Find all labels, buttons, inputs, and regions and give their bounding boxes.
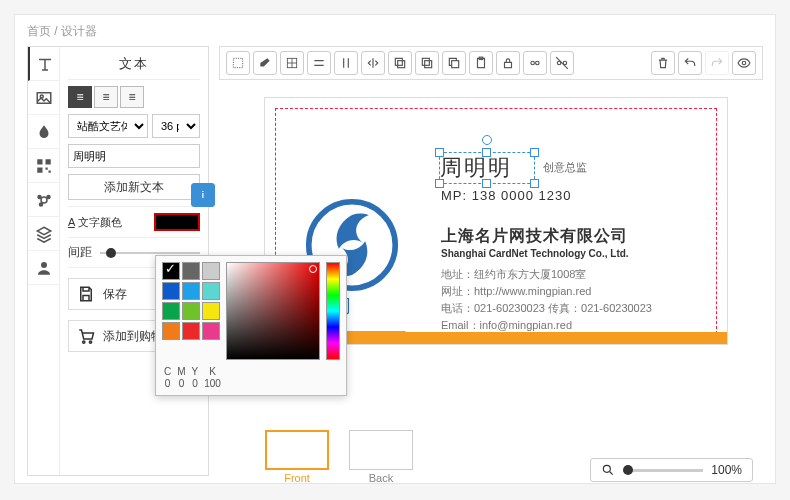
- zoom-control[interactable]: 100%: [590, 458, 753, 482]
- card-company-en[interactable]: Shanghai CardNet Technology Co., Ltd.: [441, 248, 629, 259]
- svg-point-11: [41, 262, 47, 268]
- preset-color[interactable]: [202, 262, 220, 280]
- card-info[interactable]: 地址：纽约市东方大厦1008室 网址：http://www.mingpian.r…: [441, 266, 652, 334]
- preset-color[interactable]: [182, 282, 200, 300]
- thumb-front[interactable]: Front: [265, 430, 329, 484]
- undo-icon[interactable]: [678, 51, 702, 75]
- selected-text-element[interactable]: 周明明: [439, 152, 535, 184]
- copy-icon[interactable]: [442, 51, 466, 75]
- svg-rect-25: [505, 62, 512, 67]
- eraser-icon[interactable]: [253, 51, 277, 75]
- tool-qr-icon[interactable]: [28, 149, 59, 183]
- preset-color[interactable]: [162, 302, 180, 320]
- preset-color[interactable]: [162, 282, 180, 300]
- text-input[interactable]: [68, 144, 200, 168]
- align-left-button[interactable]: ≡: [68, 86, 92, 108]
- font-select[interactable]: 站酷文艺体: [68, 114, 148, 138]
- spacing-slider[interactable]: [100, 252, 200, 254]
- align-h-icon[interactable]: [307, 51, 331, 75]
- color-gradient[interactable]: [226, 262, 320, 360]
- svg-rect-22: [452, 61, 459, 68]
- zoom-icon: [601, 463, 615, 477]
- svg-point-7: [41, 197, 47, 203]
- align-v-icon[interactable]: [334, 51, 358, 75]
- ungroup-icon[interactable]: [550, 51, 574, 75]
- svg-point-27: [536, 61, 540, 65]
- svg-text:i: i: [202, 191, 204, 200]
- zoom-slider[interactable]: [623, 469, 703, 472]
- preset-color[interactable]: [182, 302, 200, 320]
- svg-rect-3: [45, 159, 50, 164]
- align-center-button[interactable]: ≡: [94, 86, 118, 108]
- grid-icon[interactable]: [280, 51, 304, 75]
- spacing-label: 间距: [68, 244, 92, 261]
- svg-rect-19: [398, 61, 405, 68]
- bring-front-icon[interactable]: [388, 51, 412, 75]
- redo-icon[interactable]: [705, 51, 729, 75]
- panel-title: 文本: [68, 53, 200, 80]
- send-back-icon[interactable]: [415, 51, 439, 75]
- flip-h-icon[interactable]: [361, 51, 385, 75]
- preset-color[interactable]: [202, 282, 220, 300]
- svg-rect-18: [395, 58, 402, 65]
- svg-rect-4: [37, 167, 42, 172]
- align-right-button[interactable]: ≡: [120, 86, 144, 108]
- preset-color[interactable]: [182, 262, 200, 280]
- svg-rect-16: [233, 58, 242, 67]
- font-size-select[interactable]: 36 px: [152, 114, 200, 138]
- tool-shape-icon[interactable]: [28, 115, 59, 149]
- card-phone[interactable]: MP: 138 0000 1230: [441, 188, 571, 203]
- preset-color[interactable]: [202, 322, 220, 340]
- tool-text-icon[interactable]: [28, 47, 59, 81]
- thumb-back[interactable]: Back: [349, 430, 413, 484]
- svg-rect-20: [425, 61, 432, 68]
- zoom-value: 100%: [711, 463, 742, 477]
- svg-point-13: [89, 341, 91, 343]
- tool-image-icon[interactable]: [28, 81, 59, 115]
- svg-point-30: [742, 61, 746, 65]
- breadcrumb-home[interactable]: 首页: [27, 24, 51, 38]
- text-color-swatch[interactable]: [154, 213, 200, 231]
- svg-point-9: [47, 195, 50, 198]
- card-subtitle[interactable]: 创意总监: [543, 160, 587, 175]
- cmyk-readout: C0 M0 Y0 K100: [162, 366, 340, 389]
- delete-icon[interactable]: [651, 51, 675, 75]
- hue-slider[interactable]: [326, 262, 340, 360]
- select-icon[interactable]: [226, 51, 250, 75]
- top-toolbar: i: [219, 46, 763, 80]
- svg-point-12: [83, 341, 85, 343]
- tool-draw-icon[interactable]: [28, 183, 59, 217]
- svg-rect-21: [422, 58, 429, 65]
- preset-color[interactable]: [162, 262, 180, 280]
- add-text-button[interactable]: 添加新文本: [68, 174, 200, 200]
- breadcrumb: 首页 / 设计器: [27, 23, 763, 40]
- color-label: 文字颜色: [78, 216, 122, 228]
- preset-color[interactable]: [202, 302, 220, 320]
- lock-icon[interactable]: [496, 51, 520, 75]
- svg-point-26: [531, 61, 535, 65]
- paste-icon[interactable]: [469, 51, 493, 75]
- svg-point-10: [39, 203, 42, 206]
- svg-rect-5: [45, 167, 47, 169]
- save-icon: [77, 285, 95, 303]
- preset-color[interactable]: [182, 322, 200, 340]
- info-icon[interactable]: i: [191, 183, 215, 207]
- svg-rect-6: [48, 170, 50, 172]
- cart-icon: [77, 327, 95, 345]
- svg-point-32: [604, 465, 611, 472]
- group-icon[interactable]: [523, 51, 547, 75]
- breadcrumb-current: 设计器: [61, 24, 97, 38]
- tool-layers-icon[interactable]: [28, 217, 59, 251]
- color-presets: [162, 262, 220, 360]
- rotate-handle[interactable]: [482, 135, 492, 145]
- card-company-cn[interactable]: 上海名片网技术有限公司: [441, 226, 628, 247]
- svg-point-8: [38, 195, 41, 198]
- preview-icon[interactable]: [732, 51, 756, 75]
- tool-user-icon[interactable]: [28, 251, 59, 285]
- color-picker[interactable]: C0 M0 Y0 K100: [155, 255, 347, 396]
- svg-rect-2: [37, 159, 42, 164]
- preset-color[interactable]: [162, 322, 180, 340]
